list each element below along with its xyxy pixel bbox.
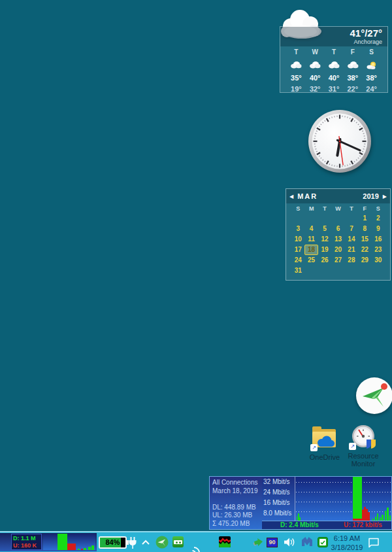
gridline xyxy=(296,502,391,502)
taskbar-clock[interactable]: 6:19 AM 3/18/2019 xyxy=(329,534,365,552)
low-temp: 31° xyxy=(325,84,344,94)
onedrive-cloud-icon xyxy=(316,436,335,448)
taskbar[interactable]: D: 1.1 M U: 160 K 84% xyxy=(0,531,392,552)
airdroid-floating-button[interactable] xyxy=(356,377,392,414)
calendar-date[interactable]: 5 xyxy=(318,224,331,234)
weather-city: Anchorage xyxy=(280,39,382,45)
forecast-day: W xyxy=(306,48,325,57)
power-plug-icon[interactable] xyxy=(128,537,137,549)
calendar-date[interactable]: 3 xyxy=(291,224,304,234)
current-download-rate: D: 2.4 Mbit/s xyxy=(280,521,319,529)
net-meter-readout: D: 1.1 M U: 160 K xyxy=(11,534,42,550)
calendar-date[interactable]: 8 xyxy=(358,224,371,234)
taskbar-net-meter[interactable]: D: 1.1 M U: 160 K xyxy=(0,533,97,551)
calendar-date[interactable]: 28 xyxy=(345,255,358,266)
mini-upload: U: 160 K xyxy=(13,542,41,549)
calendar-date[interactable]: 7 xyxy=(345,224,358,234)
desktop-icon-resource-monitor[interactable]: ↗ Resource Monitor xyxy=(340,424,387,468)
calendar-empty-cell xyxy=(331,213,344,224)
calendar-date[interactable]: 31 xyxy=(291,266,304,276)
calendar-empty-cell xyxy=(345,266,358,276)
calendar-date[interactable]: 19 xyxy=(318,245,331,255)
graph-bar xyxy=(385,511,386,521)
calendar-date[interactable]: 15 xyxy=(358,234,371,245)
wifi-icon[interactable] xyxy=(188,547,201,552)
action-center-icon[interactable] xyxy=(368,538,380,548)
low-temp: 32° xyxy=(306,84,325,94)
malwarebytes-icon[interactable] xyxy=(301,536,313,547)
weather-gadget[interactable]: 41°/27° Anchorage T W T F S 35° 40° 40° … xyxy=(280,26,388,93)
calendar-date[interactable]: 30 xyxy=(372,255,385,266)
calendar-date[interactable]: 20 xyxy=(331,245,344,255)
desktop: { "weather": { "current_temp": "41°/27°"… xyxy=(0,0,392,552)
networx-tray-graph-icon[interactable] xyxy=(219,536,231,547)
calendar-date[interactable]: 10 xyxy=(291,234,304,245)
roboform-tray-icon[interactable] xyxy=(172,536,184,547)
calendar-date[interactable]: 14 xyxy=(345,234,358,245)
show-hidden-icons-chevron[interactable] xyxy=(141,540,150,545)
calendar-date[interactable]: 25 xyxy=(304,255,318,266)
calendar-next-icon[interactable]: ▶ xyxy=(383,194,387,199)
dow-label: S xyxy=(291,205,304,212)
high-temp: 40° xyxy=(325,73,344,83)
graph-bar xyxy=(57,534,67,550)
calendar-date[interactable]: 27 xyxy=(331,255,344,266)
airdroid-tray-icon[interactable] xyxy=(155,536,169,549)
cloudy-icon xyxy=(328,61,340,69)
battery-percent: 84% xyxy=(100,538,125,547)
calendar-date[interactable]: 17 xyxy=(291,245,304,255)
partly-sunny-icon xyxy=(366,61,378,69)
dow-label: W xyxy=(331,205,344,212)
scale-label: 8.0 Mbit/s xyxy=(263,509,295,517)
graph-bar xyxy=(368,512,370,521)
shortcut-arrow-badge: ↗ xyxy=(310,444,318,451)
graph-bar xyxy=(84,548,86,550)
mini-net-graph xyxy=(43,534,95,550)
calendar-date[interactable]: 11 xyxy=(304,234,318,245)
calendar-date[interactable]: 2 xyxy=(372,213,385,224)
calendar-date[interactable]: 12 xyxy=(318,234,331,245)
calendar-date[interactable]: 16 xyxy=(372,234,385,245)
calendar-empty-cell xyxy=(304,213,318,224)
calendar-date[interactable]: 6 xyxy=(331,224,344,234)
calendar-grid: 1234567891011121314151617181920212223242… xyxy=(286,212,390,277)
graph-bar xyxy=(81,549,83,550)
calendar-date[interactable]: 24 xyxy=(291,255,304,266)
graph-bar xyxy=(91,545,94,551)
gridline xyxy=(296,482,391,483)
upload-total: UL: 26.30 MB xyxy=(212,511,262,520)
analog-clock-gadget[interactable] xyxy=(307,109,372,174)
calendar-prev-icon[interactable]: ◀ xyxy=(289,194,293,199)
calendar-date[interactable]: 29 xyxy=(358,255,371,266)
gridline xyxy=(296,511,391,512)
cloudy-icon xyxy=(290,61,302,69)
calendar-date[interactable]: 4 xyxy=(304,224,318,234)
current-upload-rate: U: 172 kbit/s xyxy=(344,521,382,529)
calendar-date[interactable]: 9 xyxy=(372,224,385,234)
calendar-date[interactable]: 13 xyxy=(331,234,344,245)
update-arrow-tray-icon[interactable] xyxy=(252,536,264,548)
networx-gadget[interactable]: All Connections March 18, 2019 DL: 448.8… xyxy=(209,476,392,530)
forecast-highs: 35° 40° 40° 38° 38° xyxy=(280,71,387,83)
dow-label: M xyxy=(304,205,318,212)
networx-status-bar: D: 2.4 Mbit/s U: 172 kbit/s xyxy=(262,521,391,529)
calendar-date[interactable]: 1 xyxy=(358,213,371,224)
high-temp: 38° xyxy=(343,73,362,83)
battery-indicator[interactable]: 84% xyxy=(99,536,127,549)
graph-bar xyxy=(67,543,76,551)
calendar-date[interactable]: 26 xyxy=(318,255,331,266)
calendar-date[interactable]: 23 xyxy=(372,245,385,255)
calendar-date-selected[interactable]: 18 xyxy=(304,245,318,255)
networx-info-panel: All Connections March 18, 2019 DL: 448.8… xyxy=(210,477,262,529)
mini-download: D: 1.1 M xyxy=(13,535,41,542)
security-check-icon[interactable] xyxy=(318,537,328,547)
calendar-empty-cell xyxy=(304,266,318,276)
scale-label: 16 Mbit/s xyxy=(263,499,295,506)
calendar-date[interactable]: 22 xyxy=(358,245,371,255)
battery-90-indicator[interactable]: 90 xyxy=(267,538,278,547)
forecast-day: T xyxy=(325,48,344,57)
calendar-gadget[interactable]: ◀ MAR 2019 ▶ S M T W T F S 1234567891011… xyxy=(286,188,391,281)
calendar-empty-cell xyxy=(331,266,344,276)
calendar-date[interactable]: 21 xyxy=(345,245,358,255)
volume-icon[interactable] xyxy=(284,537,295,547)
